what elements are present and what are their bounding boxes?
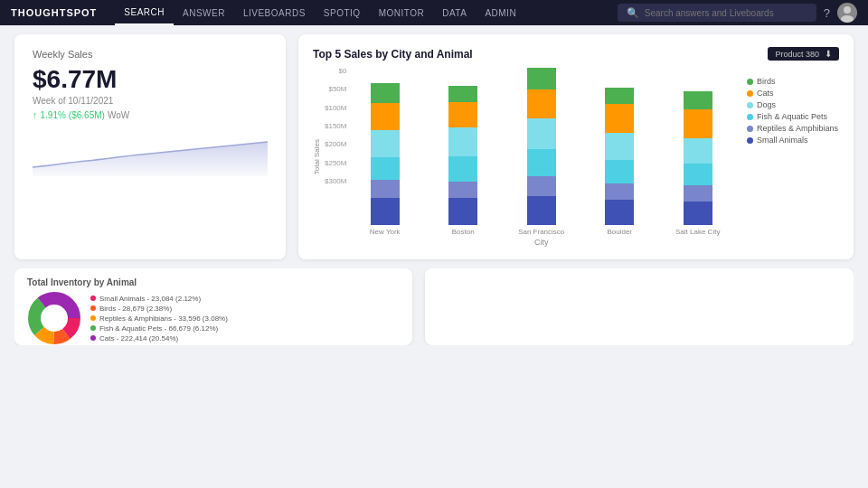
nav-item-monitor[interactable]: Monitor — [370, 0, 434, 25]
legend-label: Birds — [757, 77, 776, 86]
change-wow: WoW — [108, 110, 129, 120]
legend-label: Dogs — [757, 100, 776, 109]
donut-legend-text: Birds - 28,679 (2.38%) — [99, 305, 172, 313]
bar-group-new-york: New York — [350, 83, 420, 236]
y-label-5: $50M — [325, 86, 346, 93]
stacked-bar — [605, 88, 634, 225]
bar-segment-0 — [448, 198, 477, 225]
stacked-bar — [527, 68, 556, 225]
bar-segment-1 — [448, 182, 477, 198]
svg-point-0 — [844, 6, 851, 14]
bar-segment-0 — [371, 198, 400, 225]
legend-label: Cats — [757, 89, 774, 98]
donut-legend-item: Small Animals - 23,084 (2.12%) — [90, 295, 228, 303]
legend-item: Reptiles & Amphibians — [747, 124, 839, 133]
stacked-bars: New YorkBostonSan FranciscoBoulderSalt L… — [350, 68, 732, 236]
nav-item-spotiq[interactable]: SpotIQ — [315, 0, 370, 25]
donut-legend-dot — [90, 296, 96, 301]
search-input[interactable] — [645, 8, 807, 18]
top-row: Weekly Sales $6.77M Week of 10/11/2021 ↑… — [14, 34, 854, 259]
bar-group-boston: Boston — [429, 86, 498, 236]
bar-segment-0 — [684, 202, 712, 225]
legend-color-dot — [747, 79, 753, 85]
chart-body: Total Sales $300M $250M $200M $150M $100… — [313, 68, 839, 247]
nav-item-liveboards[interactable]: Liveboards — [234, 0, 315, 25]
svg-point-1 — [841, 15, 854, 23]
stacked-bar — [448, 86, 477, 225]
legend-color-dot — [747, 90, 753, 97]
global-search-bar[interactable]: 🔍 — [618, 4, 816, 22]
legend-label: Reptiles & Amphibians — [757, 124, 838, 133]
chart-axes: Total Sales $300M $250M $200M $150M $100… — [313, 68, 732, 247]
legend-item: Birds — [747, 77, 839, 86]
chart-header: Top 5 Sales by City and Animal Product 3… — [313, 47, 839, 61]
legend-color-dot — [747, 126, 753, 132]
sales-week-label: Week of 10/11/2021 — [33, 96, 268, 106]
donut-legend-item: Fish & Aquatic Pets - 66,679 (6.12%) — [90, 324, 228, 333]
main-content: Weekly Sales $6.77M Week of 10/11/2021 ↑… — [0, 25, 868, 488]
bar-segment-3 — [371, 130, 400, 157]
legend-item: Dogs — [747, 100, 839, 109]
help-button[interactable]: ? — [824, 6, 830, 20]
bar-segment-4 — [527, 89, 556, 118]
donut-legend-text: Reptiles & Amphibians - 33,596 (3.08%) — [99, 314, 228, 323]
bar-segment-3 — [527, 118, 556, 149]
legend-item: Fish & Aquatic Pets — [747, 112, 839, 121]
legend-label: Small Animals — [757, 136, 808, 145]
bar-segment-4 — [605, 104, 634, 133]
bar-group-san-francisco: San Francisco — [506, 68, 576, 236]
nav-item-admin[interactable]: Admin — [476, 0, 525, 25]
bar-chart-card: Top 5 Sales by City and Animal Product 3… — [298, 34, 854, 259]
user-avatar[interactable] — [837, 3, 857, 23]
bar-segment-2 — [371, 157, 400, 180]
donut-legend-text: Fish & Aquatic Pets - 66,679 (6.12%) — [99, 324, 218, 333]
weekly-sales-card: Weekly Sales $6.77M Week of 10/11/2021 ↑… — [14, 34, 286, 259]
bar-segment-5 — [371, 83, 400, 103]
sales-change: ↑ 1.91% ($6.65M) WoW — [33, 109, 268, 120]
y-label-3: $150M — [325, 123, 346, 130]
bottom-row: Total Inventory by Animal Small Animals … — [14, 268, 854, 345]
change-abs: ($6.65M) — [69, 110, 105, 120]
inventory-title: Total Inventory by Animal — [27, 277, 400, 287]
chart-legend: BirdsCatsDogsFish & Aquatic PetsReptiles… — [740, 68, 839, 247]
y-axis-title: Total Sales — [313, 139, 321, 174]
donut-legend-dot — [90, 315, 96, 321]
donut-legend-text: Small Animals - 23,084 (2.12%) — [99, 295, 201, 303]
x-axis-title: City — [350, 238, 732, 247]
chart-title: Top 5 Sales by City and Animal — [313, 48, 473, 61]
bar-segment-0 — [527, 196, 556, 225]
bar-city-label: Boston — [452, 228, 475, 236]
sales-amount: $6.77M — [33, 67, 268, 92]
nav-item-data[interactable]: Data — [433, 0, 476, 25]
legend-color-dot — [747, 137, 753, 144]
donut-legend-item: Cats - 222,414 (20.54%) — [90, 334, 228, 343]
bar-segment-5 — [527, 68, 556, 89]
download-icon: ⬇ — [825, 49, 832, 59]
chart-filter-button[interactable]: Product 380 ⬇ — [768, 47, 839, 61]
bar-city-label: Boulder — [607, 228, 632, 236]
bar-segment-1 — [684, 185, 712, 202]
donut-legend-dot — [90, 325, 96, 331]
nav-item-search[interactable]: Search — [115, 0, 174, 25]
bar-segment-2 — [605, 160, 634, 183]
weekly-sales-title: Weekly Sales — [33, 49, 268, 60]
bar-segment-5 — [684, 91, 712, 109]
bar-segment-1 — [371, 180, 400, 198]
bar-segment-1 — [527, 176, 556, 196]
bar-segment-2 — [448, 156, 477, 182]
nav-item-answer[interactable]: Answer — [174, 0, 234, 25]
donut-legend-item: Birds - 28,679 (2.38%) — [90, 305, 228, 313]
y-label-4: $100M — [325, 105, 346, 112]
stacked-bar — [371, 83, 400, 225]
top-navigation: ThoughtSpot Search Answer Liveboards Spo… — [0, 0, 868, 25]
legend-item: Small Animals — [747, 136, 839, 145]
app-logo: ThoughtSpot — [11, 7, 97, 18]
donut-legend-text: Cats - 222,414 (20.54%) — [99, 334, 178, 343]
donut-legend: Small Animals - 23,084 (2.12%)Birds - 28… — [90, 295, 228, 343]
bar-segment-4 — [684, 109, 712, 138]
bar-segment-5 — [605, 88, 634, 104]
change-arrow-icon: ↑ — [33, 109, 38, 120]
y-axis-labels: $300M $250M $200M $150M $100M $50M $0 — [325, 68, 346, 203]
legend-color-dot — [747, 102, 753, 108]
donut-legend-dot — [90, 305, 96, 311]
